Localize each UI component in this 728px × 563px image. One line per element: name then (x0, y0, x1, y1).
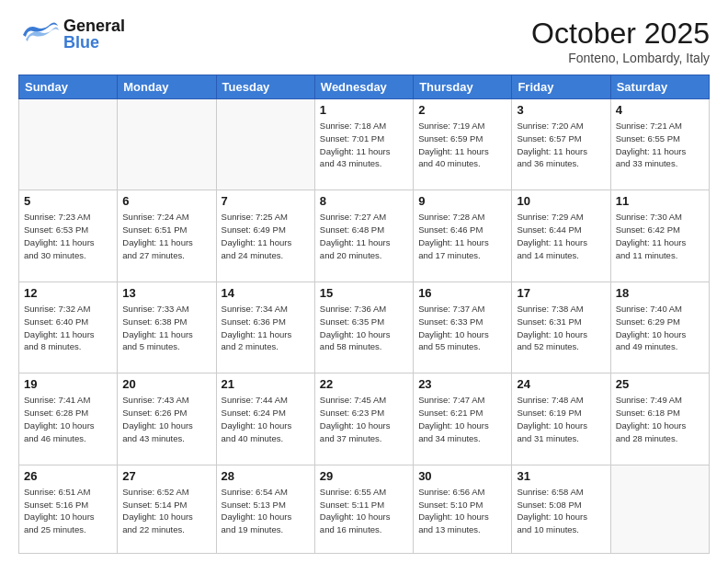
calendar-cell: 15Sunrise: 7:36 AM Sunset: 6:35 PM Dayli… (314, 282, 413, 373)
day-info: Sunrise: 7:36 AM Sunset: 6:35 PM Dayligh… (320, 303, 408, 353)
calendar-cell: 25Sunrise: 7:49 AM Sunset: 6:18 PM Dayli… (610, 373, 709, 465)
day-number: 7 (222, 194, 310, 208)
day-number: 29 (320, 469, 408, 483)
day-number: 26 (24, 469, 112, 483)
day-number: 1 (320, 103, 408, 117)
day-info: Sunrise: 7:45 AM Sunset: 6:23 PM Dayligh… (320, 394, 408, 444)
day-info: Sunrise: 7:32 AM Sunset: 6:40 PM Dayligh… (24, 303, 112, 353)
page: General Blue October 2025 Fonteno, Lomba… (0, 0, 728, 563)
day-number: 13 (122, 286, 210, 300)
col-sunday: Sunday (19, 75, 118, 99)
calendar-cell: 18Sunrise: 7:40 AM Sunset: 6:29 PM Dayli… (610, 282, 709, 373)
calendar-cell (19, 99, 118, 190)
day-info: Sunrise: 7:25 AM Sunset: 6:49 PM Dayligh… (222, 211, 310, 261)
day-number: 11 (616, 194, 704, 208)
day-number: 9 (418, 194, 506, 208)
month-title: October 2025 (531, 17, 710, 51)
col-saturday: Saturday (610, 75, 709, 99)
day-info: Sunrise: 7:48 AM Sunset: 6:19 PM Dayligh… (517, 394, 605, 444)
day-number: 20 (122, 377, 210, 391)
day-info: Sunrise: 7:20 AM Sunset: 6:57 PM Dayligh… (517, 120, 605, 170)
day-number: 10 (517, 194, 605, 208)
calendar-cell: 14Sunrise: 7:34 AM Sunset: 6:36 PM Dayli… (216, 282, 314, 373)
calendar-cell: 24Sunrise: 7:48 AM Sunset: 6:19 PM Dayli… (512, 373, 610, 465)
calendar-cell: 5Sunrise: 7:23 AM Sunset: 6:53 PM Daylig… (19, 190, 118, 282)
day-info: Sunrise: 7:40 AM Sunset: 6:29 PM Dayligh… (616, 303, 704, 353)
day-number: 24 (517, 377, 605, 391)
day-number: 16 (418, 286, 506, 300)
day-number: 3 (517, 103, 605, 117)
calendar-cell: 6Sunrise: 7:24 AM Sunset: 6:51 PM Daylig… (118, 190, 216, 282)
calendar-cell: 30Sunrise: 6:56 AM Sunset: 5:10 PM Dayli… (414, 465, 512, 553)
calendar-cell: 8Sunrise: 7:27 AM Sunset: 6:48 PM Daylig… (314, 190, 413, 282)
title-section: October 2025 Fonteno, Lombardy, Italy (531, 17, 710, 65)
day-number: 22 (320, 377, 408, 391)
col-monday: Monday (118, 75, 216, 99)
calendar-cell: 17Sunrise: 7:38 AM Sunset: 6:31 PM Dayli… (512, 282, 610, 373)
day-info: Sunrise: 7:27 AM Sunset: 6:48 PM Dayligh… (320, 211, 408, 261)
calendar-header-row: Sunday Monday Tuesday Wednesday Thursday… (19, 75, 710, 99)
day-number: 4 (616, 103, 704, 117)
calendar: Sunday Monday Tuesday Wednesday Thursday… (18, 75, 710, 554)
calendar-cell: 4Sunrise: 7:21 AM Sunset: 6:55 PM Daylig… (610, 99, 709, 190)
day-info: Sunrise: 6:52 AM Sunset: 5:14 PM Dayligh… (122, 486, 210, 536)
day-info: Sunrise: 7:29 AM Sunset: 6:44 PM Dayligh… (517, 211, 605, 261)
day-number: 21 (222, 377, 310, 391)
day-info: Sunrise: 7:21 AM Sunset: 6:55 PM Dayligh… (616, 120, 704, 170)
day-info: Sunrise: 7:41 AM Sunset: 6:28 PM Dayligh… (24, 394, 112, 444)
calendar-cell: 13Sunrise: 7:33 AM Sunset: 6:38 PM Dayli… (118, 282, 216, 373)
day-number: 6 (122, 194, 210, 208)
calendar-cell: 20Sunrise: 7:43 AM Sunset: 6:26 PM Dayli… (118, 373, 216, 465)
day-info: Sunrise: 7:49 AM Sunset: 6:18 PM Dayligh… (616, 394, 704, 444)
calendar-cell (216, 99, 314, 190)
day-info: Sunrise: 7:44 AM Sunset: 6:24 PM Dayligh… (222, 394, 310, 444)
calendar-cell: 19Sunrise: 7:41 AM Sunset: 6:28 PM Dayli… (19, 373, 118, 465)
day-number: 8 (320, 194, 408, 208)
logo-name: General Blue (63, 17, 125, 51)
calendar-cell (118, 99, 216, 190)
logo-blue-text: Blue (63, 34, 125, 51)
day-number: 15 (320, 286, 408, 300)
day-info: Sunrise: 6:51 AM Sunset: 5:16 PM Dayligh… (24, 486, 112, 536)
day-info: Sunrise: 7:18 AM Sunset: 7:01 PM Dayligh… (320, 120, 408, 170)
calendar-cell: 11Sunrise: 7:30 AM Sunset: 6:42 PM Dayli… (610, 190, 709, 282)
calendar-cell: 1Sunrise: 7:18 AM Sunset: 7:01 PM Daylig… (314, 99, 413, 190)
calendar-cell: 27Sunrise: 6:52 AM Sunset: 5:14 PM Dayli… (118, 465, 216, 553)
day-number: 17 (517, 286, 605, 300)
day-info: Sunrise: 7:19 AM Sunset: 6:59 PM Dayligh… (418, 120, 506, 170)
day-info: Sunrise: 6:55 AM Sunset: 5:11 PM Dayligh… (320, 486, 408, 536)
day-number: 28 (222, 469, 310, 483)
day-info: Sunrise: 7:38 AM Sunset: 6:31 PM Dayligh… (517, 303, 605, 353)
calendar-cell: 21Sunrise: 7:44 AM Sunset: 6:24 PM Dayli… (216, 373, 314, 465)
calendar-cell: 12Sunrise: 7:32 AM Sunset: 6:40 PM Dayli… (19, 282, 118, 373)
calendar-cell: 29Sunrise: 6:55 AM Sunset: 5:11 PM Dayli… (314, 465, 413, 553)
logo-general-text: General (63, 17, 125, 34)
day-number: 5 (24, 194, 112, 208)
day-number: 27 (122, 469, 210, 483)
day-info: Sunrise: 7:23 AM Sunset: 6:53 PM Dayligh… (24, 211, 112, 261)
day-number: 31 (517, 469, 605, 483)
calendar-cell (610, 465, 709, 553)
day-info: Sunrise: 7:47 AM Sunset: 6:21 PM Dayligh… (418, 394, 506, 444)
logo-icon (18, 17, 60, 52)
day-number: 30 (418, 469, 506, 483)
calendar-cell: 2Sunrise: 7:19 AM Sunset: 6:59 PM Daylig… (414, 99, 512, 190)
calendar-cell: 9Sunrise: 7:28 AM Sunset: 6:46 PM Daylig… (414, 190, 512, 282)
day-info: Sunrise: 7:24 AM Sunset: 6:51 PM Dayligh… (122, 211, 210, 261)
day-number: 25 (616, 377, 704, 391)
calendar-cell: 16Sunrise: 7:37 AM Sunset: 6:33 PM Dayli… (414, 282, 512, 373)
calendar-cell: 26Sunrise: 6:51 AM Sunset: 5:16 PM Dayli… (19, 465, 118, 553)
col-friday: Friday (512, 75, 610, 99)
day-number: 18 (616, 286, 704, 300)
calendar-cell: 10Sunrise: 7:29 AM Sunset: 6:44 PM Dayli… (512, 190, 610, 282)
col-thursday: Thursday (414, 75, 512, 99)
day-info: Sunrise: 7:30 AM Sunset: 6:42 PM Dayligh… (616, 211, 704, 261)
day-info: Sunrise: 6:58 AM Sunset: 5:08 PM Dayligh… (517, 486, 605, 536)
day-info: Sunrise: 6:54 AM Sunset: 5:13 PM Dayligh… (222, 486, 310, 536)
day-number: 19 (24, 377, 112, 391)
calendar-cell: 23Sunrise: 7:47 AM Sunset: 6:21 PM Dayli… (414, 373, 512, 465)
calendar-cell: 7Sunrise: 7:25 AM Sunset: 6:49 PM Daylig… (216, 190, 314, 282)
day-number: 12 (24, 286, 112, 300)
day-number: 2 (418, 103, 506, 117)
col-tuesday: Tuesday (216, 75, 314, 99)
